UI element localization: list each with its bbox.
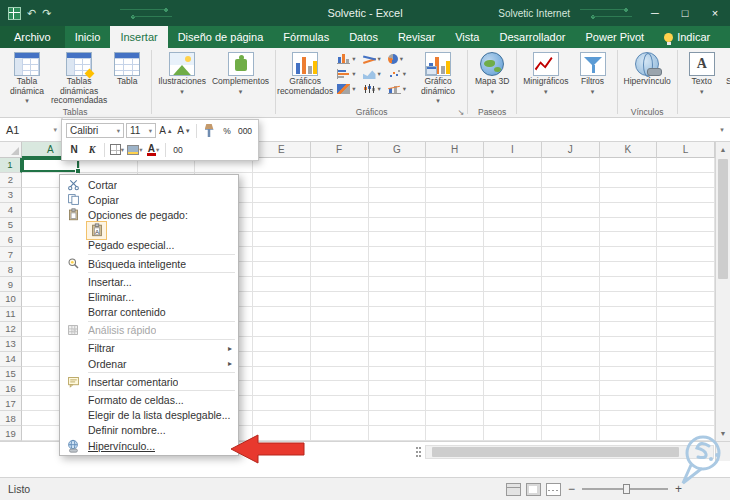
cell-j9[interactable] (542, 277, 600, 292)
row-header-9[interactable]: 9 (0, 277, 22, 292)
cell-h11[interactable] (426, 307, 484, 322)
cell-e17[interactable] (253, 396, 311, 411)
ribbon-button-tabla[interactable]: Tabla (107, 49, 147, 105)
cell-e8[interactable] (253, 262, 311, 277)
cell-j1[interactable] (542, 158, 600, 173)
cell-f12[interactable] (311, 322, 369, 337)
cell-j8[interactable] (542, 262, 600, 277)
cell-g13[interactable] (369, 337, 427, 352)
share-button[interactable]: Compartir (720, 26, 730, 48)
menu-item-ordenar[interactable]: Ordenar▸ (60, 356, 238, 371)
fill-color-button[interactable]: ▾ (127, 142, 143, 158)
menu-item-pegado-especial[interactable]: Pegado especial... (60, 238, 238, 253)
cell-i14[interactable] (484, 352, 542, 367)
cell-g7[interactable] (369, 247, 427, 262)
menu-item-definir-nombre[interactable]: Definir nombre... (60, 423, 238, 438)
row-header-14[interactable]: 14 (0, 352, 22, 367)
cell-l5[interactable] (657, 218, 715, 233)
cell-j6[interactable] (542, 232, 600, 247)
cell-l17[interactable] (657, 396, 715, 411)
row-header-11[interactable]: 11 (0, 307, 22, 322)
formula-bar-expand-button[interactable]: ▾ (714, 118, 730, 141)
cell-g18[interactable] (369, 411, 427, 426)
cell-k6[interactable] (600, 232, 658, 247)
cell-l15[interactable] (657, 367, 715, 382)
cell-j3[interactable] (542, 188, 600, 203)
cell-j13[interactable] (542, 337, 600, 352)
scroll-up-icon[interactable]: ▲ (716, 142, 730, 157)
combo-chart-button[interactable]: ▾ (388, 83, 406, 95)
cell-h2[interactable] (426, 173, 484, 188)
scrollbar-splitter-handle[interactable] (415, 446, 422, 458)
borders-button[interactable]: ▾ (109, 142, 125, 158)
row-header-15[interactable]: 15 (0, 367, 22, 382)
ribbon-button-mapa-3d[interactable]: Mapa 3D▾ (472, 49, 512, 105)
cell-g14[interactable] (369, 352, 427, 367)
zoom-slider[interactable] (582, 488, 668, 490)
cell-j7[interactable] (542, 247, 600, 262)
cell-j16[interactable] (542, 381, 600, 396)
row-header-17[interactable]: 17 (0, 396, 22, 411)
horizontal-scroll-track[interactable] (425, 445, 714, 459)
cell-f9[interactable] (311, 277, 369, 292)
cell-j19[interactable] (542, 426, 600, 441)
menu-item-analisis-rapido[interactable]: Análisis rápido (60, 323, 238, 338)
row-header-2[interactable]: 2 (0, 173, 22, 188)
menu-item-borrar-contenido[interactable]: Borrar contenido (60, 305, 238, 320)
cell-k14[interactable] (600, 352, 658, 367)
cell-g6[interactable] (369, 232, 427, 247)
cell-k3[interactable] (600, 188, 658, 203)
cell-g9[interactable] (369, 277, 427, 292)
cell-f14[interactable] (311, 352, 369, 367)
surface-chart-button[interactable]: ▾ (337, 83, 355, 95)
tell-me-box[interactable]: Indicar (654, 26, 720, 48)
cell-h14[interactable] (426, 352, 484, 367)
cell-j15[interactable] (542, 367, 600, 382)
view-page-layout-button[interactable] (526, 483, 541, 496)
cell-h17[interactable] (426, 396, 484, 411)
cell-i15[interactable] (484, 367, 542, 382)
cell-l7[interactable] (657, 247, 715, 262)
ribbon-button-tabla-dinamica[interactable]: Tabla dinámica▾ (3, 49, 51, 105)
menu-item-insertar-comentario[interactable]: Insertar comentario (60, 374, 238, 389)
cell-l2[interactable] (657, 173, 715, 188)
column-header-k[interactable]: K (600, 142, 658, 158)
cell-k11[interactable] (600, 307, 658, 322)
cell-h19[interactable] (426, 426, 484, 441)
tab-archivo[interactable]: Archivo (0, 26, 65, 48)
cell-e10[interactable] (253, 292, 311, 307)
cell-l11[interactable] (657, 307, 715, 322)
tab-power-pivot[interactable]: Power Pivot (575, 26, 654, 48)
cell-g12[interactable] (369, 322, 427, 337)
cell-f4[interactable] (311, 203, 369, 218)
tab-formulas[interactable]: Fórmulas (273, 26, 339, 48)
cell-e1[interactable] (253, 158, 311, 173)
cell-l3[interactable] (657, 188, 715, 203)
cell-f10[interactable] (311, 292, 369, 307)
cell-h13[interactable] (426, 337, 484, 352)
cell-l14[interactable] (657, 352, 715, 367)
cell-j12[interactable] (542, 322, 600, 337)
ribbon-button-grafico-dinamico[interactable]: Gráfico dinámico▾ (413, 49, 463, 105)
cell-j2[interactable] (542, 173, 600, 188)
menu-item-hipervinculo[interactable]: Hipervínculo... (60, 438, 238, 453)
cell-e11[interactable] (253, 307, 311, 322)
row-header-8[interactable]: 8 (0, 262, 22, 277)
row-header-13[interactable]: 13 (0, 337, 22, 352)
increase-font-size-button[interactable]: A ▲ (158, 123, 174, 139)
area-chart-button[interactable]: ▾ (363, 68, 381, 80)
cell-h1[interactable] (426, 158, 484, 173)
tab-vista[interactable]: Vista (445, 26, 489, 48)
row-header-4[interactable]: 4 (0, 203, 22, 218)
cell-h10[interactable] (426, 292, 484, 307)
cell-g17[interactable] (369, 396, 427, 411)
cell-i2[interactable] (484, 173, 542, 188)
menu-item-elegir-de-la-lista-desplegable[interactable]: Elegir de la lista desplegable... (60, 408, 238, 423)
cell-f11[interactable] (311, 307, 369, 322)
cell-j14[interactable] (542, 352, 600, 367)
dialog-launcher-icon[interactable]: ↘ (457, 109, 464, 117)
cell-g10[interactable] (369, 292, 427, 307)
zoom-slider-thumb[interactable] (623, 484, 630, 494)
view-normal-button[interactable] (506, 483, 521, 496)
cell-i1[interactable] (484, 158, 542, 173)
